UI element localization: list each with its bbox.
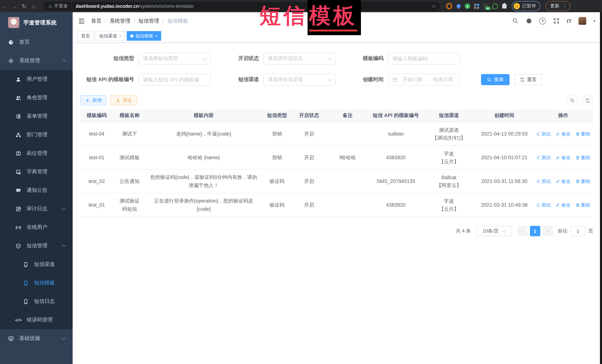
broadcast-icon [15, 224, 21, 230]
github-icon[interactable] [526, 18, 532, 24]
sidebar-item-departments[interactable]: 部门管理 [0, 125, 73, 144]
next-page-button[interactable]: › [542, 226, 553, 236]
bookmark-star-icon[interactable]: ☆ [431, 3, 436, 9]
breadcrumb-system[interactable]: 系统管理 [110, 18, 130, 24]
fullscreen-icon[interactable] [553, 18, 560, 24]
sidebar-item-system[interactable]: 系统管理 [0, 52, 73, 70]
app-logo-row[interactable]: 芋道管理系统 [0, 12, 73, 33]
sidebar-item-menus[interactable]: 菜单管理 [0, 107, 73, 125]
help-icon[interactable]: ? [539, 18, 546, 24]
user-avatar[interactable] [579, 17, 586, 25]
filter-sms-type: 短信类型 请选择短信类型 [80, 52, 211, 64]
edit-link[interactable]: 修改 [556, 201, 570, 209]
browser-profile-pill[interactable]: ☺ 已暂停 [512, 1, 540, 11]
profile-face-icon: ☺ [514, 3, 520, 9]
browser-forward-icon[interactable]: → [10, 3, 19, 9]
tab-home[interactable]: 首页 [77, 31, 94, 41]
sidebar-item-users[interactable]: 用户管理 [0, 70, 73, 89]
api-template-id-input[interactable] [139, 74, 211, 85]
calendar-icon [392, 77, 398, 82]
extension-tool-icon[interactable] [492, 3, 498, 9]
dashboard-icon [8, 39, 14, 45]
channel-select[interactable]: 请选择短信渠道 [263, 74, 335, 85]
add-button[interactable]: 新增 [80, 95, 107, 105]
search-button[interactable]: 搜索 [481, 74, 510, 85]
filter-channel: 短信渠道 请选择短信渠道 [211, 74, 335, 85]
sidebar-item-home[interactable]: 首页 [0, 33, 73, 52]
sidebar-item-online-users[interactable]: 在线用户 [0, 218, 73, 237]
address-bar[interactable]: ⚠ 不安全 dashboard.yudao.iocoder.cn /system… [44, 2, 440, 10]
browser-menu-icon[interactable]: ⋮ [562, 3, 567, 9]
table-toolbar: 新增 导出 [80, 95, 593, 106]
sidebar-item-posts[interactable]: 岗位管理 [0, 144, 73, 163]
sidebar-item-roles[interactable]: 角色管理 [0, 89, 73, 107]
message-icon [15, 187, 21, 193]
close-icon[interactable]: × [119, 34, 121, 38]
sidebar-item-label: 系统管理 [19, 57, 40, 64]
test-link[interactable]: 测试 [536, 154, 550, 162]
delete-link[interactable]: 删除 [576, 130, 590, 138]
template-code-input[interactable] [388, 52, 460, 64]
chevron-down-icon [62, 206, 66, 210]
sidebar-item-sms-channel[interactable]: 短信渠道 [0, 255, 73, 274]
browser-home-icon[interactable]: ⌂ [29, 3, 39, 9]
refresh-icon[interactable] [582, 95, 593, 106]
extension-pin-icon[interactable] [455, 3, 461, 9]
sidebar-item-dicts[interactable]: 字典管理 [0, 163, 73, 181]
date-range-picker[interactable]: 开始日期 - 结束日期 [388, 74, 460, 85]
phone-icon [23, 261, 29, 267]
extension-y-icon[interactable]: y [465, 3, 470, 9]
extension-puzzle-icon[interactable] [501, 3, 507, 9]
col-created-at: 创建时间 [476, 109, 533, 122]
active-dot [131, 34, 134, 37]
font-size-icon[interactable]: tT [567, 18, 572, 24]
extension-grid-icon[interactable] [473, 3, 480, 9]
sms-type-select[interactable]: 请选择短信类型 [139, 52, 211, 64]
sidebar-item-infrastructure[interactable]: 基础设施 [0, 329, 73, 348]
app-title: 芋道管理系统 [23, 19, 57, 26]
tab-sms-channel[interactable]: 短信渠道 × [96, 31, 125, 41]
browser-back-icon[interactable]: ← [0, 3, 10, 9]
monitor-icon [8, 335, 14, 341]
show-search-icon[interactable] [567, 95, 578, 106]
prev-page-button[interactable]: ‹ [517, 226, 527, 236]
close-icon[interactable]: × [155, 34, 158, 38]
sidebar-item-audit-logs[interactable]: 审计日志 [0, 200, 73, 218]
test-link[interactable]: 测试 [536, 130, 550, 138]
extension-list-icon[interactable]: on [483, 3, 489, 9]
security-warning-label[interactable]: 不安全 [54, 3, 68, 9]
chevron-down-icon [203, 56, 207, 60]
sidebar-item-sms[interactable]: 短信管理 [0, 237, 73, 255]
reset-button[interactable]: 重置 [514, 74, 542, 85]
page-size-select[interactable]: 10条/页 [476, 226, 512, 236]
avatar-caret-icon[interactable]: ▾ [593, 19, 595, 23]
test-link[interactable]: 测试 [536, 201, 550, 209]
filter-label: 短信渠道 [211, 76, 263, 83]
badge-icon [15, 150, 21, 156]
goto-page-input[interactable] [570, 226, 585, 236]
breadcrumb-sms[interactable]: 短信管理 [139, 18, 159, 24]
goto-label: 前往 [558, 228, 568, 234]
sidebar-item-error-codes[interactable]: </> 错误码管理 [0, 311, 73, 329]
sidebar-item-sms-log[interactable]: 短信日志 [0, 292, 73, 311]
sidebar-item-sms-template[interactable]: 短信模板 [0, 274, 73, 292]
current-page-button[interactable]: 1 [530, 226, 540, 236]
col-template-name: 模板名称 [113, 109, 146, 122]
extension-ring-icon[interactable] [446, 3, 452, 9]
delete-link[interactable]: 删除 [576, 177, 590, 185]
search-icon[interactable] [512, 18, 519, 24]
edit-link[interactable]: 修改 [556, 130, 570, 138]
test-link[interactable]: 测试 [536, 177, 550, 185]
delete-link[interactable]: 删除 [576, 201, 590, 209]
hamburger-icon[interactable] [78, 18, 85, 24]
sidebar-item-notices[interactable]: 通知公告 [0, 181, 73, 200]
delete-link[interactable]: 删除 [576, 154, 590, 162]
edit-link[interactable]: 修改 [556, 177, 570, 185]
browser-update-button[interactable]: 更新 ⋮ [545, 1, 570, 11]
edit-link[interactable]: 修改 [556, 154, 570, 162]
status-select[interactable]: 请选择开启状态 [263, 52, 335, 64]
tab-sms-template[interactable]: 短信模板 × [127, 31, 161, 41]
browser-reload-icon[interactable]: ↻ [19, 3, 29, 10]
breadcrumb-home[interactable]: 首页 [91, 18, 102, 24]
export-button[interactable]: 导出 [110, 95, 137, 105]
